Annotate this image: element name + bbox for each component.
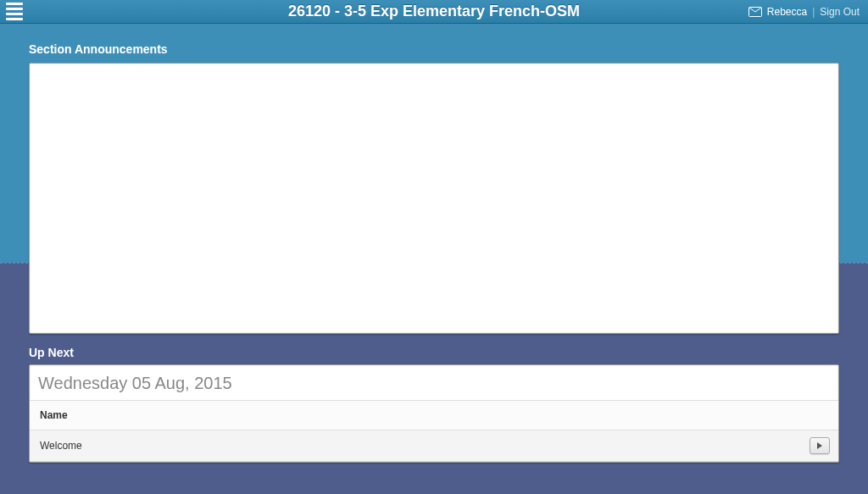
app-header: 26120 - 3-5 Exp Elementary French-OSM Re…	[0, 0, 868, 24]
announcements-panel	[29, 63, 839, 334]
column-header-name: Name	[30, 401, 799, 430]
table-row: Welcome	[30, 430, 838, 462]
page-title: 26120 - 3-5 Exp Elementary French-OSM	[288, 3, 580, 20]
header-user-area: Rebecca | Sign Out	[748, 6, 868, 18]
upnext-panel: Wednesday 05 Aug, 2015 Name Welcome	[29, 364, 839, 463]
item-action-cell	[799, 430, 838, 462]
upnext-date: Wednesday 05 Aug, 2015	[30, 365, 838, 401]
signout-link[interactable]: Sign Out	[820, 6, 860, 18]
user-name[interactable]: Rebecca	[767, 6, 807, 18]
item-name: Welcome	[30, 430, 799, 462]
upnext-label: Up Next	[29, 346, 839, 359]
column-header-action	[799, 401, 838, 430]
menu-hamburger-icon[interactable]	[0, 0, 24, 24]
mail-icon[interactable]	[748, 7, 762, 17]
upnext-table: Name Welcome	[30, 401, 838, 462]
announcements-label: Section Announcements	[29, 42, 839, 56]
header-divider: |	[812, 6, 815, 18]
main-content: Section Announcements Up Next Wednesday …	[29, 42, 839, 463]
play-button[interactable]	[810, 437, 830, 454]
